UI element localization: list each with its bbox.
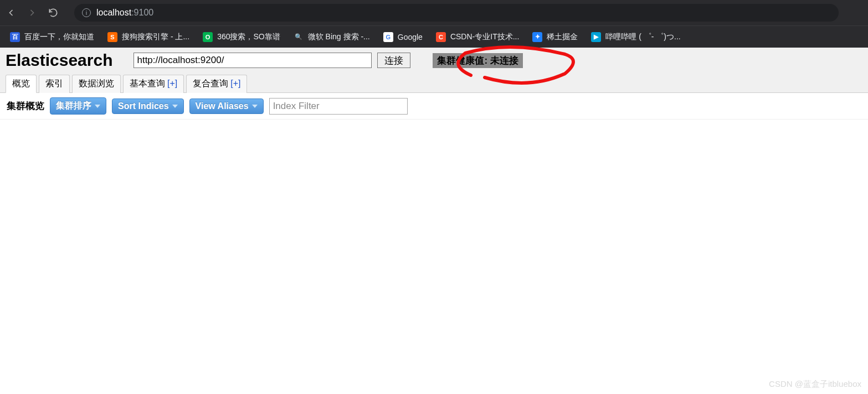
- bookmark-item[interactable]: S搜狗搜索引擎 - 上...: [107, 32, 189, 42]
- bookmark-label: 百度一下，你就知道: [24, 32, 94, 42]
- tab-bar: 概览索引数据浏览基本查询[+]复合查询[+]: [6, 74, 862, 92]
- bookmark-item[interactable]: O360搜索，SO靠谱: [203, 32, 280, 42]
- sort-indices-button[interactable]: Sort Indices: [112, 98, 184, 114]
- bookmark-favicon: ▶: [591, 32, 601, 42]
- tab[interactable]: 索引: [39, 75, 70, 93]
- reload-icon[interactable]: [48, 7, 59, 18]
- index-filter-input[interactable]: [269, 98, 408, 115]
- bookmark-label: CSDN-专业IT技术...: [450, 32, 519, 42]
- tab[interactable]: 数据浏览: [72, 75, 121, 93]
- tab-plus-icon: [+]: [167, 79, 177, 88]
- bookmark-favicon: C: [436, 32, 446, 42]
- chevron-down-icon: [172, 105, 178, 108]
- toolbar-label: 集群概览: [7, 100, 44, 112]
- bookmark-label: 哔哩哔哩 ( ゜- ゜)つ...: [605, 32, 680, 42]
- bookmark-item[interactable]: ✦稀土掘金: [532, 32, 578, 42]
- bookmark-item[interactable]: ▶哔哩哔哩 ( ゜- ゜)つ...: [591, 32, 680, 42]
- site-info-icon[interactable]: i: [82, 8, 91, 17]
- bookmark-favicon: S: [107, 32, 117, 42]
- bookmark-favicon: ✦: [532, 32, 542, 42]
- url-text: localhost:9100: [96, 8, 153, 18]
- forward-icon[interactable]: [27, 7, 38, 18]
- bookmark-favicon: 🔍: [294, 32, 304, 42]
- connect-button[interactable]: 连接: [377, 53, 410, 68]
- bookmark-favicon: G: [383, 32, 393, 42]
- back-icon[interactable]: [6, 7, 17, 18]
- bookmark-favicon: O: [203, 32, 213, 42]
- es-url-input[interactable]: [133, 53, 372, 68]
- browser-nav-bar: i localhost:9100: [0, 0, 868, 25]
- bookmark-label: 360搜索，SO靠谱: [217, 32, 280, 42]
- bookmark-favicon: 百: [10, 32, 20, 42]
- bookmark-label: 稀土掘金: [547, 32, 578, 42]
- bookmark-item[interactable]: CCSDN-专业IT技术...: [436, 32, 519, 42]
- bookmark-item[interactable]: GGoogle: [383, 32, 423, 42]
- tab[interactable]: 概览: [6, 75, 37, 93]
- bookmark-item[interactable]: 百百度一下，你就知道: [10, 32, 94, 42]
- app-title: Elasticsearch: [6, 51, 112, 70]
- bookmark-label: 微软 Bing 搜索 -...: [308, 32, 370, 42]
- bookmark-label: 搜狗搜索引擎 - 上...: [122, 32, 189, 42]
- view-aliases-button[interactable]: View Aliases: [189, 98, 264, 114]
- bookmark-label: Google: [398, 33, 423, 42]
- tab-plus-icon: [+]: [230, 79, 240, 88]
- bookmarks-bar: 百百度一下，你就知道S搜狗搜索引擎 - 上...O360搜索，SO靠谱🔍微软 B…: [0, 25, 868, 48]
- overview-toolbar: 集群概览 集群排序 Sort Indices View Aliases: [0, 93, 868, 120]
- tab[interactable]: 基本查询[+]: [123, 75, 184, 93]
- cluster-health-badge: 集群健康值: 未连接: [433, 53, 522, 68]
- chevron-down-icon: [252, 105, 258, 108]
- url-bar[interactable]: i localhost:9100: [74, 4, 839, 22]
- bookmark-item[interactable]: 🔍微软 Bing 搜索 -...: [294, 32, 370, 42]
- watermark: CSDN @蓝盒子itbluebox: [769, 379, 861, 390]
- tab[interactable]: 复合查询[+]: [186, 75, 247, 93]
- es-header: Elasticsearch 连接 集群健康值: 未连接 概览索引数据浏览基本查询…: [0, 48, 868, 93]
- chevron-down-icon: [95, 105, 100, 108]
- sort-cluster-button[interactable]: 集群排序: [50, 97, 106, 115]
